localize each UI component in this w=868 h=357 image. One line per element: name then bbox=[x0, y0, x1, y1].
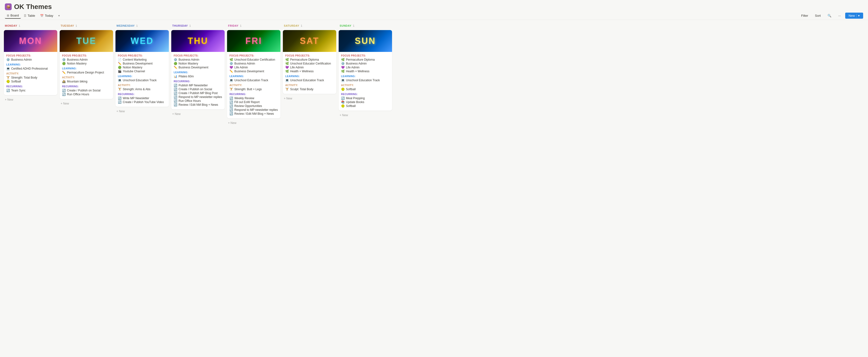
recurring-label-wednesday: RECURRING: bbox=[118, 93, 166, 96]
card-thursday: THUFOCUS PROJECTS:⚙️Business Admin🟢Notio… bbox=[171, 30, 225, 109]
activity-item-sunday-0: 🥎Softball bbox=[341, 88, 390, 91]
new-btn-caret[interactable]: ▾ bbox=[856, 14, 860, 18]
nav-actions: Filter Sort 🔍 ··· New ▾ bbox=[799, 12, 863, 19]
today-icon: 📅 bbox=[40, 14, 44, 18]
app-header: 📦 OK Themes bbox=[0, 0, 868, 12]
focus-item-saturday-0: 🌿Permaculture Diploma bbox=[285, 58, 334, 61]
filter-button[interactable]: Filter bbox=[799, 12, 810, 19]
add-new-sunday[interactable]: + New bbox=[339, 112, 392, 118]
col-title-sunday: SUNDAY bbox=[340, 24, 351, 27]
column-friday: FRIDAY 1 FRIFOCUS PROJECTS:🌿Unschool Edu… bbox=[227, 23, 280, 347]
banner-thursday: THU bbox=[171, 30, 225, 52]
more-button[interactable]: ··· bbox=[836, 12, 843, 19]
col-header-sunday: SUNDAY 1 bbox=[339, 23, 392, 29]
new-button[interactable]: New ▾ bbox=[845, 12, 863, 19]
col-count-thursday: 1 bbox=[189, 24, 191, 27]
recurring-item-monday-0: 🔄Team Sync bbox=[6, 89, 55, 92]
card-body-thursday: FOCUS PROJECTS:⚙️Business Admin🟢Notion M… bbox=[171, 52, 225, 109]
learning-item-friday-0: 💻Unschool Education Track bbox=[229, 78, 278, 82]
nav-add[interactable]: + bbox=[56, 13, 62, 19]
activity-label-wednesday: ACTIVITY: bbox=[118, 84, 166, 87]
focus-label-thursday: FOCUS PROJECTS: bbox=[174, 54, 222, 57]
col-header-monday: MONDAY 1 bbox=[4, 23, 57, 29]
recurring-item-sunday-0: 🔄Meal Prepping bbox=[341, 97, 390, 100]
recurring-item-friday-0: 🔄Weekly Review bbox=[229, 97, 278, 100]
add-new-thursday[interactable]: + New bbox=[171, 111, 225, 117]
learning-item-sunday-0: 💻Unschool Education Track bbox=[341, 78, 390, 82]
col-count-wednesday: 1 bbox=[136, 24, 137, 27]
card-wednesday: WEDFOCUS PROJECTS:📄Content Marketing✏️Bu… bbox=[116, 30, 169, 107]
recurring-label-thursday: RECURRING: bbox=[174, 80, 222, 83]
add-new-monday[interactable]: + New bbox=[4, 97, 57, 102]
column-thursday: THURSDAY 1 THUFOCUS PROJECTS:⚙️Business … bbox=[171, 23, 225, 347]
learning-label-monday: LEARNING: bbox=[6, 63, 55, 66]
column-wednesday: WEDNESDAY 1 WEDFOCUS PROJECTS:📄Content M… bbox=[116, 23, 169, 347]
focus-item-wednesday-1: ✏️Business Development bbox=[118, 62, 166, 65]
banner-sunday: SUN bbox=[339, 30, 392, 52]
learning-label-sunday: LEARNING: bbox=[341, 75, 390, 77]
nav-table[interactable]: ☰ Table bbox=[22, 13, 37, 19]
activity-label-tuesday: ACTIVITY: bbox=[62, 76, 111, 79]
card-tuesday: TUEFOCUS PROJECTS:⚙️Business Admin🟢Notio… bbox=[60, 30, 113, 99]
banner-text-wednesday: WED bbox=[131, 36, 154, 46]
col-header-friday: FRIDAY 1 bbox=[227, 23, 280, 29]
focus-item-tuesday-1: 🟢Notion Mastery bbox=[62, 62, 111, 65]
navbar: ⊞ Board ☰ Table 📅 Today + Filter Sort 🔍 … bbox=[0, 12, 868, 20]
recurring-label-friday: RECURRING: bbox=[229, 93, 278, 96]
banner-text-friday: FRI bbox=[246, 36, 262, 46]
column-saturday: SATURDAY 1 SATFOCUS PROJECTS:🌿Permacultu… bbox=[283, 23, 336, 347]
card-saturday: SATFOCUS PROJECTS:🌿Permaculture Diploma🌿… bbox=[283, 30, 336, 94]
col-title-monday: MONDAY bbox=[5, 24, 17, 27]
activity-item-monday-0: 🏋️Strength: Total Body bbox=[6, 76, 55, 79]
focus-item-saturday-1: 🌿Unschool Educator Certification bbox=[285, 62, 334, 65]
recurring-item-thursday-5: 🔄Review / Edit NM Blog + News bbox=[174, 103, 222, 106]
card-body-monday: FOCUS PROJECTS:⚙️Business AdminLEARNING:… bbox=[4, 52, 57, 95]
focus-item-wednesday-0: 📄Content Marketing bbox=[118, 58, 166, 61]
banner-wednesday: WED bbox=[116, 30, 169, 52]
card-monday: MONFOCUS PROJECTS:⚙️Business AdminLEARNI… bbox=[4, 30, 57, 95]
col-count-saturday: 1 bbox=[301, 24, 302, 27]
board: MONDAY 1 MONFOCUS PROJECTS:⚙️Business Ad… bbox=[0, 20, 868, 353]
focus-label-monday: FOCUS PROJECTS: bbox=[6, 54, 55, 57]
col-count-friday: 1 bbox=[240, 24, 241, 27]
banner-tuesday: TUE bbox=[60, 30, 113, 52]
sort-button[interactable]: Sort bbox=[812, 12, 823, 19]
search-button[interactable]: 🔍 bbox=[825, 12, 834, 19]
learning-label-tuesday: LEARNING: bbox=[62, 67, 111, 70]
nav-board[interactable]: ⊞ Board bbox=[5, 12, 21, 19]
board-icon: ⊞ bbox=[7, 14, 9, 17]
banner-text-tuesday: TUE bbox=[76, 36, 97, 46]
activity-label-sunday: ACTIVITY: bbox=[341, 84, 390, 87]
focus-label-tuesday: FOCUS PROJECTS: bbox=[62, 54, 111, 57]
recurring-label-tuesday: RECURRING: bbox=[62, 85, 111, 88]
add-new-saturday[interactable]: + New bbox=[283, 96, 336, 101]
card-body-sunday: FOCUS PROJECTS:🌿Permaculture Diploma⚙️Bu… bbox=[339, 52, 392, 110]
focus-item-wednesday-3: 🎬Youtube Channel bbox=[118, 70, 166, 73]
learning-label-wednesday: LEARNING: bbox=[118, 75, 166, 77]
learning-label-saturday: LEARNING: bbox=[285, 75, 334, 77]
focus-item-sunday-1: ⚙️Business Admin bbox=[341, 62, 390, 65]
activity-item-monday-1: 🥎Softball bbox=[6, 80, 55, 83]
col-header-tuesday: TUESDAY 1 bbox=[60, 23, 113, 29]
activity-item-tuesday-0: 🚵Mountain biking bbox=[62, 80, 111, 83]
col-title-wednesday: WEDNESDAY bbox=[117, 24, 135, 27]
add-new-friday[interactable]: + New bbox=[227, 120, 280, 126]
recurring-item-friday-3: 🔄Respond to MP newsletter replies bbox=[229, 108, 278, 111]
focus-item-friday-2: 💜Life Admin bbox=[229, 66, 278, 69]
nav-today[interactable]: 📅 Today bbox=[38, 13, 55, 19]
activity-label-friday: ACTIVITY: bbox=[229, 84, 278, 87]
col-count-monday: 1 bbox=[19, 24, 20, 27]
focus-item-wednesday-2: 🟢Notion Mastery bbox=[118, 66, 166, 69]
recurring-item-sunday-1: 📚Update Books bbox=[341, 100, 390, 104]
card-body-saturday: FOCUS PROJECTS:🌿Permaculture Diploma🌿Uns… bbox=[283, 52, 336, 94]
recurring-item-thursday-3: 🔄Respond to MP newsletter replies bbox=[174, 95, 222, 99]
add-new-tuesday[interactable]: + New bbox=[60, 101, 113, 106]
col-header-wednesday: WEDNESDAY 1 bbox=[116, 23, 169, 29]
add-new-wednesday[interactable]: + New bbox=[116, 109, 169, 114]
column-sunday: SUNDAY 1 SUNFOCUS PROJECTS:🌿Permaculture… bbox=[339, 23, 392, 347]
learning-item-saturday-0: 💻Unschool Education Track bbox=[285, 78, 334, 82]
learning-label-thursday: LEARNING: bbox=[174, 71, 222, 74]
app-icon: 📦 bbox=[5, 3, 12, 10]
col-header-saturday: SATURDAY 1 bbox=[283, 23, 336, 29]
col-title-tuesday: TUESDAY bbox=[61, 24, 74, 27]
